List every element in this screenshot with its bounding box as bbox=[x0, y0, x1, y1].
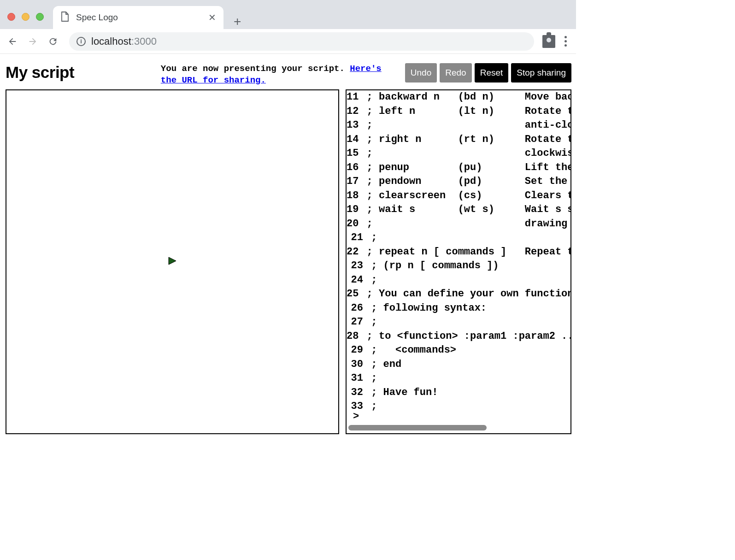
tab-title: Spec Logo bbox=[76, 12, 202, 23]
code-line: 32 ; Have fun! bbox=[347, 386, 570, 400]
redo-button[interactable]: Redo bbox=[440, 63, 471, 83]
browser-menu-icon[interactable] bbox=[560, 33, 571, 49]
line-number: 13 bbox=[347, 118, 360, 133]
line-text: ; (rp n [ commands ]) bbox=[365, 259, 499, 273]
code-line: 13 ; anti-clock bbox=[347, 118, 570, 133]
window-close-button[interactable] bbox=[7, 13, 15, 21]
undo-button[interactable]: Undo bbox=[405, 63, 437, 83]
line-text: ; right n (rt n) Rotate tur bbox=[360, 133, 570, 147]
horizontal-scrollbar[interactable] bbox=[348, 424, 569, 431]
code-line: 28 ; to <function> :param1 :param2 ... bbox=[347, 330, 570, 344]
profile-icon[interactable] bbox=[542, 35, 555, 48]
line-text: ; bbox=[365, 315, 377, 330]
line-number: 31 bbox=[347, 371, 365, 386]
site-info-icon[interactable]: i bbox=[76, 37, 86, 46]
line-text: ; backward n (bd n) Move backw bbox=[360, 90, 570, 105]
code-line: 14 ; right n (rt n) Rotate tur bbox=[347, 133, 570, 147]
line-number: 16 bbox=[347, 161, 360, 175]
close-tab-icon[interactable]: ✕ bbox=[208, 12, 216, 23]
browser-tab-strip: Spec Logo ✕ + bbox=[0, 0, 576, 29]
forward-button[interactable] bbox=[25, 34, 41, 49]
line-text: ; <commands> bbox=[365, 343, 456, 358]
presenting-message: You are now presenting your script. Here… bbox=[161, 63, 400, 86]
line-number: 11 bbox=[347, 90, 360, 105]
code-line: 24 ; bbox=[347, 273, 570, 288]
line-text: ; bbox=[365, 231, 377, 245]
line-text: ; clockwise bbox=[360, 147, 570, 161]
code-line: 20 ; drawing th bbox=[347, 217, 570, 231]
line-text: ; drawing th bbox=[360, 217, 570, 231]
window-minimize-button[interactable] bbox=[22, 13, 29, 21]
code-line: 26 ; following syntax: bbox=[347, 301, 570, 316]
code-line: 30 ; end bbox=[347, 358, 570, 372]
code-line: 16 ; penup (pu) Lift the p bbox=[347, 161, 570, 175]
line-number: 33 bbox=[347, 400, 365, 411]
line-number: 17 bbox=[347, 175, 360, 189]
code-line: 15 ; clockwise bbox=[347, 147, 570, 161]
svg-marker-0 bbox=[169, 257, 176, 265]
file-icon bbox=[60, 12, 70, 24]
line-number: 19 bbox=[347, 203, 360, 217]
presenting-text: You are now presenting your script. bbox=[161, 64, 350, 74]
code-pane: 11 ; backward n (bd n) Move backw12 ; le… bbox=[346, 89, 571, 434]
new-tab-button[interactable]: + bbox=[234, 14, 241, 29]
code-line: 33 ; bbox=[347, 400, 570, 411]
code-line: 25 ; You can define your own functions bbox=[347, 287, 570, 301]
reload-button[interactable] bbox=[45, 34, 61, 49]
line-number: 25 bbox=[347, 287, 360, 301]
browser-toolbar: i localhost:3000 bbox=[0, 29, 576, 54]
line-text: ; clearscreen (cs) Clears the bbox=[360, 189, 570, 203]
line-number: 15 bbox=[347, 147, 360, 161]
line-text: ; repeat n [ commands ] Repeat the bbox=[360, 245, 570, 259]
address-bar[interactable]: i localhost:3000 bbox=[69, 32, 534, 51]
code-line: 19 ; wait s (wt s) Wait s sec bbox=[347, 203, 570, 217]
line-text: ; anti-clock bbox=[360, 118, 570, 133]
header: My script You are now presenting your sc… bbox=[6, 63, 571, 86]
line-text: ; left n (lt n) Rotate tur bbox=[360, 105, 570, 119]
line-text: ; bbox=[365, 400, 377, 411]
code-line: 11 ; backward n (bd n) Move backw bbox=[347, 90, 570, 105]
turtle-icon bbox=[167, 255, 178, 268]
line-text: ; to <function> :param1 :param2 ... bbox=[360, 330, 570, 344]
code-line: 23 ; (rp n [ commands ]) bbox=[347, 259, 570, 273]
prompt[interactable]: > bbox=[347, 411, 570, 423]
panes: 11 ; backward n (bd n) Move backw12 ; le… bbox=[6, 89, 571, 434]
script-title: My script bbox=[6, 63, 74, 82]
url-text: localhost:3000 bbox=[91, 35, 157, 47]
line-number: 12 bbox=[347, 105, 360, 119]
window-controls bbox=[7, 13, 44, 21]
line-text: ; bbox=[365, 371, 377, 386]
reset-button[interactable]: Reset bbox=[475, 63, 509, 83]
line-number: 22 bbox=[347, 245, 360, 259]
code-line: 27 ; bbox=[347, 315, 570, 330]
line-text: ; Have fun! bbox=[365, 386, 438, 400]
code-line: 31 ; bbox=[347, 371, 570, 386]
line-number: 27 bbox=[347, 315, 365, 330]
stop-sharing-button[interactable]: Stop sharing bbox=[511, 63, 571, 83]
line-number: 23 bbox=[347, 259, 365, 273]
line-number: 14 bbox=[347, 133, 360, 147]
code-line: 29 ; <commands> bbox=[347, 343, 570, 358]
scrollbar-thumb[interactable] bbox=[348, 425, 487, 430]
browser-tab[interactable]: Spec Logo ✕ bbox=[53, 6, 223, 29]
drawing-canvas[interactable] bbox=[6, 89, 339, 434]
code-line: 18 ; clearscreen (cs) Clears the bbox=[347, 189, 570, 203]
code-line: 12 ; left n (lt n) Rotate tur bbox=[347, 105, 570, 119]
code-listing[interactable]: 11 ; backward n (bd n) Move backw12 ; le… bbox=[347, 90, 570, 411]
back-button[interactable] bbox=[5, 34, 20, 49]
line-text: ; wait s (wt s) Wait s sec bbox=[360, 203, 570, 217]
toolbar-buttons: Undo Redo Reset Stop sharing bbox=[405, 63, 571, 83]
line-number: 32 bbox=[347, 386, 365, 400]
line-text: ; You can define your own functions bbox=[360, 287, 570, 301]
line-text: ; pendown (pd) Set the pe bbox=[360, 175, 570, 189]
line-number: 28 bbox=[347, 330, 360, 344]
code-line: 17 ; pendown (pd) Set the pe bbox=[347, 175, 570, 189]
line-number: 30 bbox=[347, 358, 365, 372]
code-line: 22 ; repeat n [ commands ] Repeat the bbox=[347, 245, 570, 259]
code-line: 21 ; bbox=[347, 231, 570, 245]
line-number: 21 bbox=[347, 231, 365, 245]
line-number: 26 bbox=[347, 301, 365, 316]
line-number: 18 bbox=[347, 189, 360, 203]
window-maximize-button[interactable] bbox=[36, 13, 44, 21]
line-number: 24 bbox=[347, 273, 365, 288]
